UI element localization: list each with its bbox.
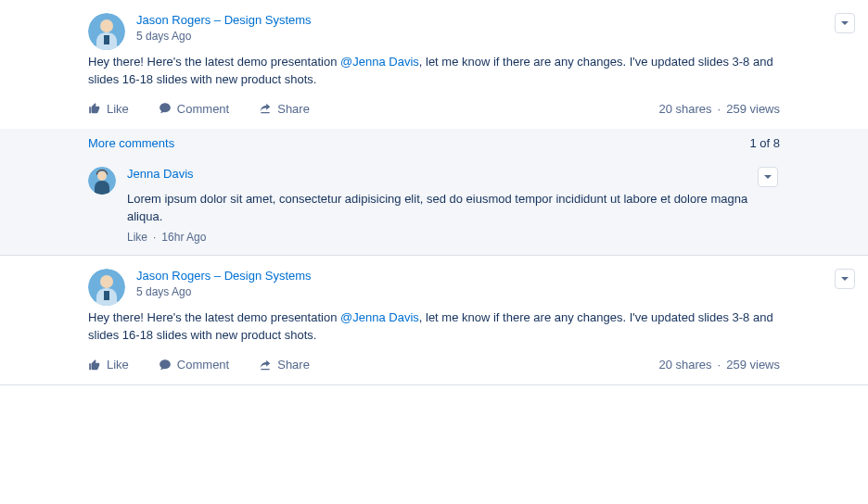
comments-section: More comments 1 of 8 Jenna Davis xyxy=(0,129,868,256)
comment-body: Jenna Davis Lorem ipsum dolor sit amet, … xyxy=(127,167,780,245)
post-text-pre: Hey there! Here's the latest demo presen… xyxy=(88,55,340,69)
share-icon xyxy=(259,102,272,115)
comment-pager: 1 of 8 xyxy=(749,136,780,150)
more-comments-link[interactable]: More comments xyxy=(88,136,174,150)
share-button[interactable]: Share xyxy=(259,102,310,116)
chevron-down-icon xyxy=(763,172,772,182)
like-label: Like xyxy=(107,102,129,116)
svg-rect-7 xyxy=(104,291,109,300)
like-icon xyxy=(88,359,101,372)
avatar[interactable] xyxy=(88,167,116,195)
post-headline: Jason Rogers – Design Systems 5 days Ago xyxy=(136,269,835,298)
comment-footer: Like·16hr Ago xyxy=(127,231,780,244)
views-count: 259 views xyxy=(726,102,780,116)
comment-timestamp: 16hr Ago xyxy=(161,231,206,244)
more-comments-bar: More comments 1 of 8 xyxy=(0,129,868,158)
author-link[interactable]: Jason Rogers – Design Systems xyxy=(136,269,312,283)
post-actions: Like Comment Share 20 shares·259 views xyxy=(0,93,868,129)
mention-link[interactable]: @Jenna Davis xyxy=(340,310,419,324)
like-label: Like xyxy=(107,358,129,372)
post-timestamp: 5 days Ago xyxy=(136,285,835,298)
comment-text: Lorem ipsum dolor sit amet, consectetur … xyxy=(127,191,780,226)
post-body: Hey there! Here's the latest demo presen… xyxy=(0,43,868,93)
mention-link[interactable]: @Jenna Davis xyxy=(340,55,419,69)
chevron-down-icon xyxy=(840,274,849,284)
comment-button[interactable]: Comment xyxy=(159,358,229,372)
share-label: Share xyxy=(277,102,310,116)
shares-count: 20 shares xyxy=(658,358,711,372)
post-stats: 20 shares·259 views xyxy=(658,358,780,372)
svg-point-6 xyxy=(100,275,113,288)
comment: Jenna Davis Lorem ipsum dolor sit amet, … xyxy=(0,158,868,256)
author-link[interactable]: Jason Rogers – Design Systems xyxy=(136,13,312,27)
chevron-down-icon xyxy=(840,19,849,28)
comment-header: Jenna Davis xyxy=(127,167,780,187)
shares-count: 20 shares xyxy=(658,102,711,116)
comment-author-link[interactable]: Jenna Davis xyxy=(127,167,194,181)
comment-icon xyxy=(159,102,172,115)
post-header: Jason Rogers – Design Systems 5 days Ago xyxy=(0,0,868,43)
share-icon xyxy=(259,359,272,372)
feed-post: Jason Rogers – Design Systems 5 days Ago… xyxy=(0,0,868,256)
stats-separator: · xyxy=(712,102,727,116)
post-header: Jason Rogers – Design Systems 5 days Ago xyxy=(0,256,868,298)
comment-like-button[interactable]: Like xyxy=(127,231,147,244)
comment-label: Comment xyxy=(177,102,229,116)
stats-separator: · xyxy=(712,358,727,372)
comment-label: Comment xyxy=(177,358,229,372)
share-label: Share xyxy=(277,358,310,372)
svg-point-4 xyxy=(97,171,107,181)
views-count: 259 views xyxy=(726,358,780,372)
post-text-pre: Hey there! Here's the latest demo presen… xyxy=(88,310,340,324)
share-button[interactable]: Share xyxy=(259,358,310,372)
post-menu-button[interactable] xyxy=(835,13,855,33)
svg-rect-2 xyxy=(104,35,109,44)
comment-button[interactable]: Comment xyxy=(159,102,229,116)
post-body: Hey there! Here's the latest demo presen… xyxy=(0,298,868,348)
post-headline: Jason Rogers – Design Systems 5 days Ago xyxy=(136,13,835,43)
post-timestamp: 5 days Ago xyxy=(136,30,835,43)
feed-post: Jason Rogers – Design Systems 5 days Ago… xyxy=(0,256,868,385)
post-menu-button[interactable] xyxy=(835,269,855,289)
like-icon xyxy=(88,102,101,115)
post-stats: 20 shares·259 views xyxy=(658,102,780,116)
post-actions: Like Comment Share 20 shares·259 views xyxy=(0,348,868,384)
comment-separator: · xyxy=(147,231,161,244)
author-line: Jason Rogers – Design Systems xyxy=(136,13,835,27)
comment-menu-button[interactable] xyxy=(758,167,778,187)
author-line: Jason Rogers – Design Systems xyxy=(136,269,835,283)
like-button[interactable]: Like xyxy=(88,358,129,372)
comment-icon xyxy=(159,359,172,372)
like-button[interactable]: Like xyxy=(88,102,129,116)
svg-point-1 xyxy=(100,19,113,32)
avatar[interactable] xyxy=(88,13,125,50)
